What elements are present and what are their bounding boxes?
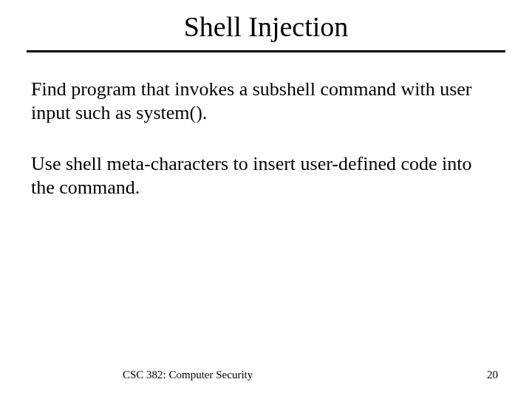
paragraph-1: Find program that invokes a subshell com… xyxy=(31,78,498,124)
footer-course: CSC 382: Computer Security xyxy=(34,369,253,381)
slide: Shell Injection Find program that invoke… xyxy=(0,0,532,399)
slide-footer: CSC 382: Computer Security 20 xyxy=(0,369,532,381)
footer-page-number: 20 xyxy=(487,369,498,381)
slide-title: Shell Injection xyxy=(0,0,532,43)
paragraph-2: Use shell meta-characters to insert user… xyxy=(31,152,498,199)
slide-body: Find program that invokes a subshell com… xyxy=(0,52,532,200)
